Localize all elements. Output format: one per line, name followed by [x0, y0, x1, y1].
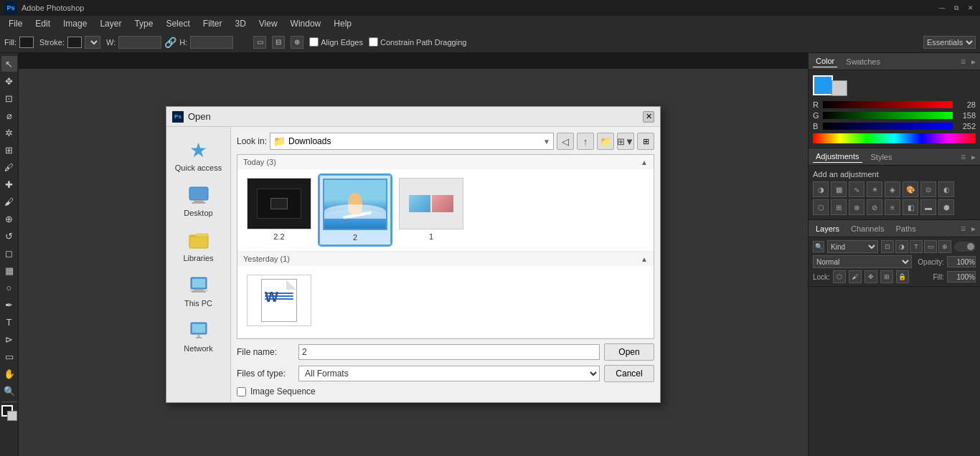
color-panel-menu[interactable]: ≡	[961, 57, 966, 67]
adj-posterize[interactable]: ≡	[885, 199, 900, 215]
file-item-2[interactable]: 2	[319, 175, 391, 245]
marquee-tool[interactable]: ⊡	[1, 90, 17, 106]
sidebar-network[interactable]: Network	[170, 315, 227, 357]
sidebar-libraries[interactable]: Libraries	[170, 224, 227, 267]
hand-tool[interactable]: ✋	[1, 366, 17, 381]
adj-bw[interactable]: ◐	[938, 181, 954, 197]
filename-input[interactable]	[298, 344, 600, 360]
menu-edit[interactable]: Edit	[29, 17, 56, 30]
adj-threshold[interactable]: ◧	[903, 199, 918, 215]
cancel-button[interactable]: Cancel	[604, 365, 654, 382]
fill-input[interactable]	[947, 271, 976, 282]
filter-smart-icon[interactable]: ⊕	[938, 240, 951, 253]
kind-select[interactable]: Kind	[827, 240, 878, 253]
lock-all-icon[interactable]: 🔒	[896, 270, 909, 283]
open-button[interactable]: Open	[604, 343, 654, 361]
filter-adj-icon[interactable]: ◑	[895, 240, 908, 253]
adj-invert[interactable]: ⊘	[867, 199, 882, 215]
r-bar[interactable]	[823, 101, 953, 108]
eraser-tool[interactable]: ◻	[1, 245, 17, 261]
sidebar-quick-access[interactable]: ★ Quick access	[170, 134, 227, 176]
menu-image[interactable]: Image	[57, 17, 93, 30]
menu-filter[interactable]: Filter	[197, 17, 228, 30]
dodge-tool[interactable]: ○	[1, 280, 17, 295]
adj-colorlookup[interactable]: ⊗	[849, 199, 864, 215]
view-menu-btn[interactable]: ⊞▼	[617, 133, 634, 150]
swatches-tab[interactable]: Swatches	[843, 56, 883, 67]
blend-mode-select[interactable]: Normal	[813, 255, 912, 268]
select-tool[interactable]: ↖	[1, 56, 17, 72]
color-tab[interactable]: Color	[813, 55, 837, 67]
adj-photofilter[interactable]: ⬡	[813, 199, 829, 215]
move-tool[interactable]: ✥	[1, 73, 17, 89]
image-sequence-checkbox[interactable]	[237, 387, 246, 396]
w-input[interactable]	[118, 36, 161, 49]
menu-layer[interactable]: Layer	[94, 17, 127, 30]
paths-tab[interactable]: Paths	[893, 223, 919, 234]
sidebar-this-pc[interactable]: This PC	[170, 270, 227, 312]
background-swatch[interactable]	[831, 80, 847, 96]
adj-levels[interactable]: ▦	[831, 181, 847, 197]
fill-swatch[interactable]	[19, 37, 34, 48]
adj-vibrance[interactable]: ◈	[885, 181, 900, 197]
type-tool[interactable]: T	[1, 314, 17, 330]
menu-file[interactable]: File	[3, 17, 28, 30]
new-folder-btn[interactable]: ⊞	[637, 133, 654, 150]
adjustments-tab[interactable]: Adjustments	[813, 151, 862, 163]
layers-panel-menu[interactable]: ≡	[961, 224, 966, 234]
lock-paint-icon[interactable]: 🖌	[849, 270, 862, 283]
align-edges-check[interactable]: Align Edges	[309, 37, 363, 47]
adj-panel-collapse[interactable]: ▸	[971, 152, 976, 162]
menu-window[interactable]: Window	[285, 17, 327, 30]
color-panel-collapse[interactable]: ▸	[971, 57, 976, 67]
layers-filter-toggle[interactable]	[954, 242, 976, 252]
menu-view[interactable]: View	[253, 17, 283, 30]
pen-tool[interactable]: ✒	[1, 297, 17, 313]
stroke-select[interactable]	[85, 36, 100, 49]
back-btn[interactable]: ◁	[557, 133, 574, 150]
filter-pixel-icon[interactable]: ⊡	[881, 240, 894, 253]
adj-curves[interactable]: ∿	[849, 181, 864, 197]
adj-brightness[interactable]: ◑	[813, 181, 829, 197]
magic-wand-tool[interactable]: ✲	[1, 125, 17, 141]
menu-help[interactable]: Help	[328, 17, 357, 30]
menu-3d[interactable]: 3D	[229, 17, 251, 30]
file-item-1[interactable]: 1	[395, 175, 467, 245]
dialog-close-btn[interactable]: ✕	[643, 111, 654, 123]
create-folder-btn[interactable]: 📁	[597, 133, 614, 150]
today-group-toggle[interactable]: ▲	[641, 158, 648, 166]
file-item-word[interactable]: W	[243, 272, 315, 332]
opacity-input[interactable]	[947, 256, 976, 267]
heal-tool[interactable]: ✚	[1, 176, 17, 192]
zoom-tool[interactable]: 🔍	[1, 383, 17, 399]
shape-stack-btn[interactable]: ⊕	[291, 36, 303, 49]
adj-colorbalance[interactable]: ⊙	[920, 181, 936, 197]
adj-exposure[interactable]: ☀	[867, 181, 882, 197]
adj-hue[interactable]: 🎨	[903, 181, 918, 197]
adj-selective-color[interactable]: ⬢	[938, 199, 954, 215]
adj-gradient-map[interactable]: ▬	[920, 199, 936, 215]
shape-rect-btn[interactable]: ▭	[253, 36, 266, 49]
layers-tab[interactable]: Layers	[813, 223, 842, 234]
adj-channelmixer[interactable]: ⊞	[831, 199, 847, 215]
color-tools[interactable]	[1, 405, 17, 421]
lasso-tool[interactable]: ⌀	[1, 108, 17, 123]
filter-type-icon[interactable]: T	[910, 240, 923, 253]
restore-btn[interactable]: ⧉	[951, 3, 961, 13]
filter-shape-icon[interactable]: ▭	[924, 240, 937, 253]
up-btn[interactable]: ↑	[577, 133, 594, 150]
menu-select[interactable]: Select	[160, 17, 195, 30]
layers-search-icon[interactable]: 🔍	[813, 241, 824, 252]
menu-type[interactable]: Type	[128, 17, 159, 30]
minimize-btn[interactable]: —	[937, 3, 947, 13]
eyedropper-tool[interactable]: 🖋	[1, 159, 17, 175]
clone-tool[interactable]: ⊕	[1, 211, 17, 227]
file-item-22[interactable]: 2.2	[243, 175, 315, 245]
spectrum-bar[interactable]	[813, 133, 976, 143]
stroke-swatch[interactable]	[67, 37, 82, 48]
close-btn[interactable]: ✕	[966, 3, 976, 13]
adj-panel-menu[interactable]: ≡	[961, 152, 966, 162]
essentials-select[interactable]: Essentials	[923, 36, 976, 49]
yesterday-group-toggle[interactable]: ▲	[641, 255, 648, 263]
lock-move-icon[interactable]: ✥	[864, 270, 877, 283]
